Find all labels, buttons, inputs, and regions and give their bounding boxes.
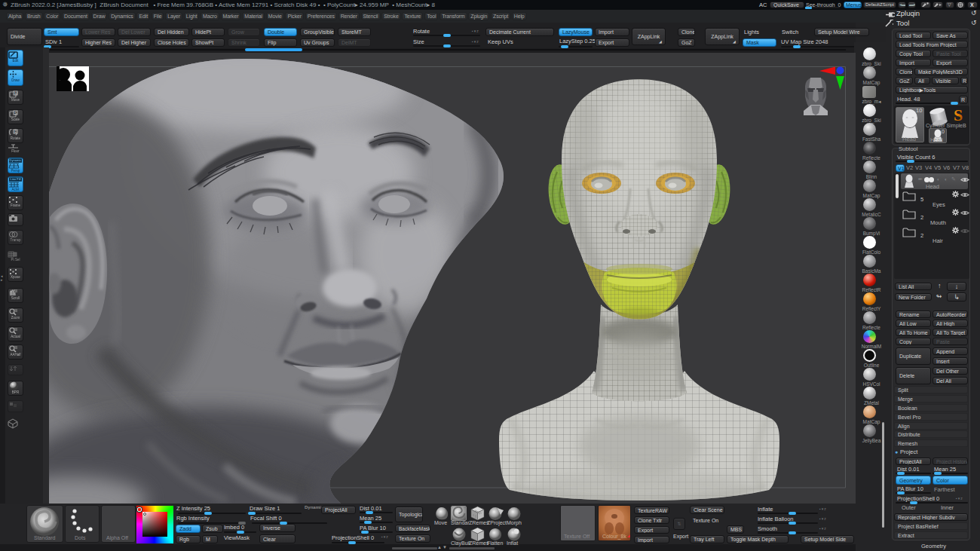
svg-text:R: R <box>14 130 17 134</box>
svg-text:M: M <box>14 91 17 96</box>
svg-text:S: S <box>954 106 963 124</box>
